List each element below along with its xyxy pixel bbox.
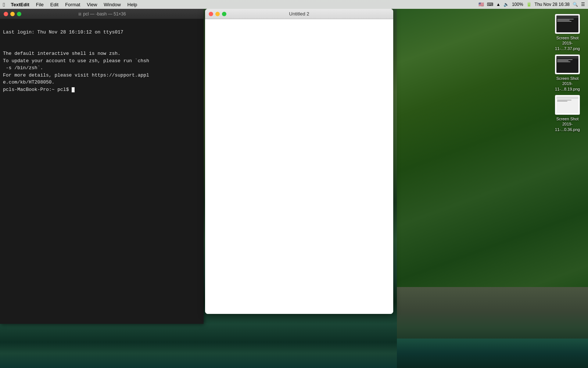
menubar:  TextEdit File Edit Format View Window …	[0, 0, 588, 9]
apple-menu[interactable]: 	[3, 1, 5, 8]
flag-icon: 🇺🇸	[478, 2, 484, 7]
battery-icon: 🔋	[526, 2, 532, 7]
volume-icon: 🔈	[503, 2, 509, 7]
terminal-line3: The default interactive shell is now zsh…	[3, 51, 121, 56]
textedit-close-button[interactable]	[209, 12, 213, 16]
terminal-title: 🖥 pcl — -bash — 51×36	[78, 11, 126, 17]
terminal-prompt: pcls-MacBook-Pro:~ pcl$	[3, 87, 72, 92]
terminal-window: 🖥 pcl — -bash — 51×36 Last login: Thu No…	[0, 9, 204, 324]
textedit-content[interactable]	[205, 19, 393, 314]
menu-edit[interactable]: Edit	[47, 1, 61, 8]
close-button[interactable]	[4, 12, 8, 16]
terminal-cursor	[72, 87, 75, 92]
icon-preview-2	[555, 54, 580, 74]
controls-icon[interactable]: ☰	[581, 2, 585, 7]
menu-window[interactable]: Window	[101, 1, 123, 8]
traffic-lights	[4, 12, 21, 16]
textedit-window: Untitled 2	[205, 9, 393, 314]
icon-preview-3	[555, 95, 580, 115]
terminal-line5: -s /bin/zsh`.	[3, 65, 43, 71]
menu-help[interactable]: Help	[125, 1, 140, 8]
terminal-line7: e.com/kb/HT208050.	[3, 79, 54, 85]
terminal-line1: Last login: Thu Nov 28 16:10:12 on ttys0…	[3, 29, 123, 35]
menu-view[interactable]: View	[84, 1, 100, 8]
icon-preview-1	[555, 14, 580, 34]
wifi-icon: ▲	[496, 2, 501, 7]
textedit-minimize-button[interactable]	[215, 12, 220, 16]
icon-label-2: Screen Shot 2019-11-...8.19.png	[553, 76, 582, 92]
menu-items: TextEdit File Edit Format View Window He…	[8, 1, 140, 8]
keyboard-icon: ⌨	[487, 2, 493, 7]
menubar-right: 🇺🇸 ⌨ ▲ 🔈 100% 🔋 Thu Nov 28 16:38 🔍 ☰	[478, 2, 585, 7]
textedit-maximize-button[interactable]	[222, 12, 226, 16]
desktop-icon-2[interactable]: Screen Shot 2019-11-...8.19.png	[553, 54, 582, 92]
terminal-line4: To update your account to use zsh, pleas…	[3, 58, 149, 64]
desktop-icon-3[interactable]: Screen Shot 2019-11-...0.36.png	[553, 95, 582, 132]
terminal-content[interactable]: Last login: Thu Nov 28 16:10:12 on ttys0…	[0, 19, 204, 103]
minimize-button[interactable]	[10, 12, 15, 16]
textedit-title: Untitled 2	[289, 11, 309, 17]
menu-format[interactable]: Format	[62, 1, 83, 8]
icon-label-3: Screen Shot 2019-11-...0.36.png	[553, 116, 582, 132]
datetime: Thu Nov 28 16:38	[535, 2, 570, 7]
search-icon[interactable]: 🔍	[573, 2, 578, 7]
desktop-icon-1[interactable]: Screen Shot 2019-11-...7.37.png	[553, 14, 582, 51]
menu-file[interactable]: File	[33, 1, 47, 8]
battery-percent: 100%	[512, 2, 523, 7]
maximize-button[interactable]	[17, 12, 21, 16]
menu-app-name[interactable]: TextEdit	[8, 1, 32, 8]
textedit-titlebar: Untitled 2	[205, 9, 393, 19]
icon-label-1: Screen Shot 2019-11-...7.37.png	[553, 35, 582, 51]
terminal-titlebar: 🖥 pcl — -bash — 51×36	[0, 9, 204, 19]
textedit-traffic-lights	[209, 12, 226, 16]
terminal-line6: For more details, please visit https://s…	[3, 72, 149, 78]
